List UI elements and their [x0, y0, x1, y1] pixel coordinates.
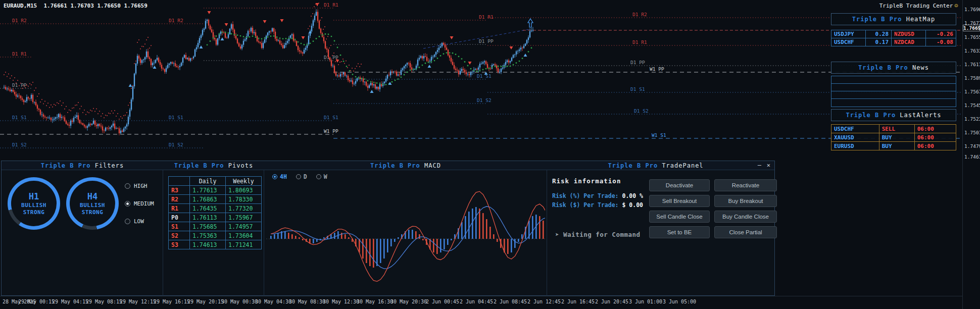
macd-tf-0[interactable]: 4H [272, 173, 287, 180]
svg-text:D1 R1: D1 R1 [324, 2, 338, 8]
filter-radio-0[interactable]: HIGH [125, 183, 148, 189]
price-label: 1.75895 [964, 75, 980, 81]
svg-text:D1 S1: D1 S1 [630, 86, 645, 92]
svg-text:D1 PP: D1 PP [630, 60, 645, 65]
reactivate-button[interactable]: Reactivate [714, 179, 777, 191]
pivot-daily-value: 1.75685 [190, 222, 226, 231]
pivot-daily-value: 1.76863 [190, 195, 226, 204]
time-label: 2 Jun 04:45 [460, 299, 493, 304]
alert-row: XAUUSD BUY 06:00 [831, 133, 956, 142]
close-partial-button[interactable]: Close Partial [714, 226, 777, 238]
time-axis[interactable]: 28 May 202529 May 00:1529 May 04:1529 Ma… [0, 296, 962, 309]
heatmap-row: USDCHF 0.17 NZDCAD -0.08 [831, 38, 956, 46]
alert-action: BUY [879, 142, 914, 150]
pivots-col-weekly[interactable]: Weekly [226, 177, 262, 186]
time-label: 30 May 16:30 [357, 299, 393, 304]
set-to-be-button[interactable]: Set to BE [649, 226, 710, 238]
sell-breakout-button[interactable]: Sell Breakout [649, 195, 710, 207]
time-label: 29 May 04:15 [52, 299, 88, 304]
pivots-col-daily[interactable]: Daily [190, 177, 226, 186]
svg-text:D1 R1: D1 R1 [479, 14, 494, 20]
minimize-icon[interactable]: — [758, 162, 761, 169]
time-label: 30 May 20:30 [390, 299, 427, 304]
news-row [831, 84, 956, 91]
last-alerts-panel-title: Triple B Pro LastAlerts [831, 109, 956, 121]
pivot-row: R1 1.76435 1.77320 [169, 204, 262, 213]
time-label: 3 Jun 05:00 [663, 299, 696, 304]
radio-icon [316, 174, 321, 179]
panel-name: LastAlerts [900, 112, 941, 119]
time-label: 30 May 04:30 [255, 299, 291, 304]
pivot-weekly-value: 1.73604 [226, 231, 262, 240]
radio-icon [296, 174, 301, 179]
buy-candle-close-button[interactable]: Buy Candle Close [714, 211, 777, 223]
svg-text:D1 S2: D1 S2 [477, 97, 492, 103]
alert-pair: XAUUSD [831, 133, 879, 142]
gauge-strength: STRONG [23, 209, 45, 216]
heatmap-pair: USDCHF [831, 38, 866, 46]
smiley-icon: ☺ [954, 3, 958, 9]
radio-label: MEDIUM [134, 200, 154, 207]
sell-candle-close-button[interactable]: Sell Candle Close [649, 211, 710, 223]
buy-breakout-button[interactable]: Buy Breakout [714, 195, 777, 207]
alert-row: EURUSD BUY 06:00 [831, 142, 956, 150]
pivot-label: R1 [169, 204, 190, 213]
gauge-direction: BULLISH [80, 202, 105, 209]
symbol-timeframe: EURAUD,M15 [4, 3, 37, 9]
pivot-daily-value: 1.75363 [190, 231, 226, 240]
pivot-label: S2 [169, 231, 190, 240]
heatmap-panel: Triple B Pro HeatMap USDJPY 0.28 NZDUSD … [831, 13, 956, 46]
heatmap-panel-title: Triple B Pro HeatMap [831, 13, 956, 25]
deactivate-button[interactable]: Deactivate [649, 179, 710, 191]
time-label: 2 Jun 20:45 [595, 299, 628, 304]
gauge-timeframe: H1 [29, 191, 39, 201]
news-table [831, 76, 956, 107]
radio-icon [125, 201, 130, 207]
price-label: 1.76960 [964, 7, 980, 12]
svg-text:D1 S2: D1 S2 [634, 108, 649, 114]
brand-label: Triple B Pro [858, 64, 908, 71]
svg-text:D1 R1: D1 R1 [12, 51, 27, 57]
risk-value: 0.00 % [622, 192, 644, 199]
time-label: 30 May 08:30 [289, 299, 325, 304]
gauge-strength: STRONG [82, 209, 104, 216]
alert-action: BUY [879, 133, 914, 142]
trading-platform-window: D1 R2D1 R2D1 R1D1 PPD1 S1D1 S1D1 S1D1 S2… [0, 0, 980, 309]
pivot-label: S3 [169, 240, 190, 249]
time-label: 29 May 16:15 [154, 299, 190, 304]
pivot-daily-value: 1.77613 [190, 186, 226, 195]
heatmap-table: USDJPY 0.28 NZDUSD -0.26 USDCHF 0.17 NZD… [831, 30, 956, 46]
price-label: 1.75015 [964, 130, 980, 135]
h1-trend-gauge: H1 BULLISH STRONG [8, 177, 60, 230]
heatmap-pair: USDJPY [831, 30, 866, 38]
macd-tf-1[interactable]: D [296, 173, 307, 180]
h1-gauge-face: H1 BULLISH STRONG [11, 181, 57, 226]
macd-tf-label: D [304, 173, 307, 180]
candlestick-chart-canvas[interactable]: D1 R2D1 R2D1 R1D1 PPD1 S1D1 S1D1 S1D1 S2… [0, 0, 962, 161]
price-label: 1.74615 [964, 154, 980, 160]
radio-icon [272, 174, 277, 179]
time-label: 29 May 00:15 [18, 299, 55, 304]
heatmap-pair: NZDUSD [892, 30, 926, 38]
news-row [831, 76, 956, 84]
price-axis[interactable]: 1.769601.767751.765551.763351.761151.758… [962, 0, 980, 309]
gauge-timeframe: H4 [87, 191, 97, 201]
pivot-weekly-value: 1.80693 [226, 186, 262, 195]
price-label: 1.75235 [964, 116, 980, 122]
risk-information-title: Risk information [552, 177, 621, 185]
filter-radio-2[interactable]: LOW [125, 218, 144, 225]
status-text: Waiting for Command [563, 231, 641, 238]
pivot-label: R2 [169, 195, 190, 204]
pivot-label: S1 [169, 222, 190, 231]
tradepanel-panel-title: Triple B Pro TradePanel [547, 162, 764, 169]
ohlc-values: 1.76661 1.76703 1.76650 1.76659 [43, 3, 147, 9]
filter-radio-1[interactable]: MEDIUM [125, 200, 154, 207]
news-panel-title: Triple B Pro News [831, 62, 956, 74]
risk-percent-line: Risk (%) Per Trade: 0.00 % [552, 192, 643, 199]
brand-label: Triple B Pro [370, 162, 420, 169]
close-icon[interactable]: ✕ [767, 162, 770, 169]
pivot-row: P0 1.76113 1.75967 [169, 213, 262, 222]
h4-gauge-face: H4 BULLISH STRONG [70, 181, 115, 226]
macd-tf-2[interactable]: W [316, 173, 327, 180]
pivot-row: R3 1.77613 1.80693 [169, 186, 262, 195]
